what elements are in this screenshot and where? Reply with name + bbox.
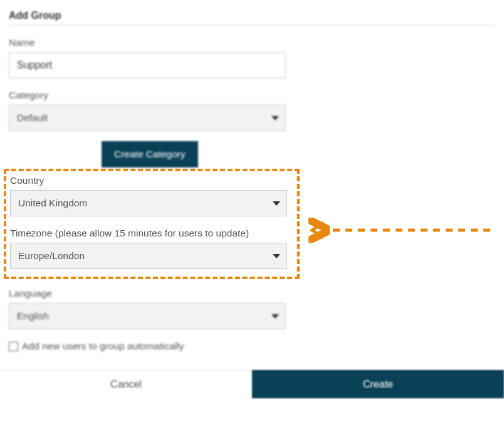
create-category-button[interactable]: Create Category — [102, 141, 198, 167]
category-value: Default — [17, 112, 48, 124]
auto-add-checkbox[interactable] — [9, 342, 18, 351]
name-input[interactable] — [9, 52, 286, 78]
name-group: Name — [9, 37, 495, 78]
country-value: United Kingdom — [18, 198, 87, 209]
language-select[interactable]: English — [9, 303, 286, 329]
cancel-button[interactable]: Cancel — [0, 370, 252, 398]
timezone-value: Europe/London — [18, 250, 85, 262]
chevron-down-icon — [273, 201, 280, 206]
footer-bar: Cancel Create — [0, 369, 504, 398]
auto-add-label: Add new users to group automatically — [22, 341, 184, 352]
highlight-box: Country United Kingdom Timezone (please … — [4, 169, 300, 279]
timezone-select[interactable]: Europe/London — [10, 243, 287, 269]
arrow-left-icon — [308, 218, 496, 243]
country-group: Country United Kingdom — [10, 175, 292, 216]
chevron-down-icon — [273, 254, 280, 258]
name-label: Name — [9, 37, 495, 48]
country-label: Country — [10, 175, 292, 186]
category-label: Category — [9, 90, 495, 101]
page-title: Add Group — [9, 10, 495, 26]
category-select[interactable]: Default — [9, 105, 286, 131]
timezone-label: Timezone (please allow 15 minutes for us… — [10, 228, 292, 239]
language-label: Language — [9, 288, 495, 299]
auto-add-row: Add new users to group automatically — [9, 341, 495, 352]
category-group: Category Default — [9, 90, 495, 131]
create-button[interactable]: Create — [252, 370, 504, 398]
chevron-down-icon — [271, 116, 279, 120]
language-value: English — [17, 310, 49, 322]
chevron-down-icon — [271, 314, 279, 319]
country-select[interactable]: United Kingdom — [10, 190, 287, 216]
language-group: Language English — [9, 288, 495, 329]
timezone-group: Timezone (please allow 15 minutes for us… — [10, 228, 292, 269]
